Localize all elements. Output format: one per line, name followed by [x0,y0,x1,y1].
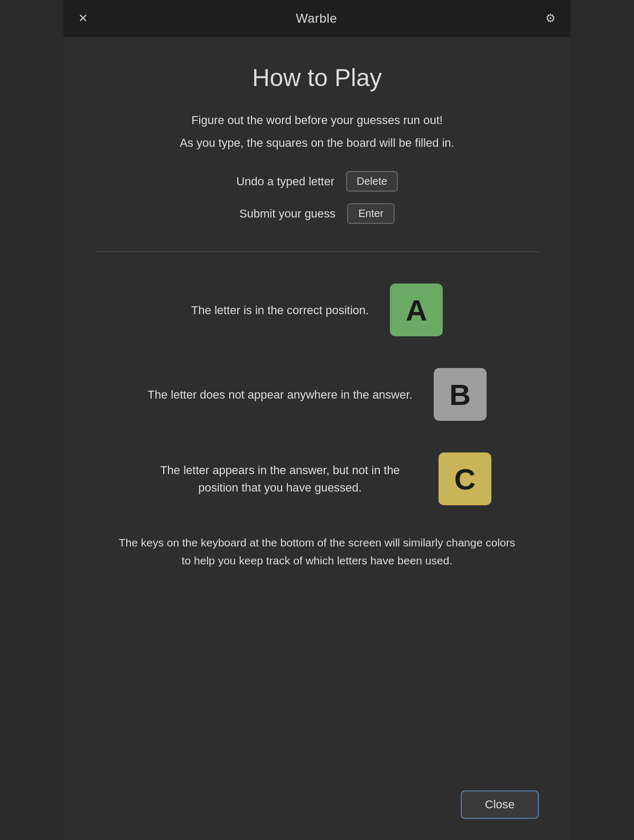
yellow-example-row: The letter appears in the answer, but no… [95,437,539,521]
instructions-section: Undo a typed letter Delete Submit your g… [95,171,539,235]
undo-instruction-row: Undo a typed letter Delete [95,171,539,192]
yellow-example-description: The letter appears in the answer, but no… [143,461,417,496]
submit-label: Submit your guess [239,207,335,221]
submit-instruction-row: Submit your guess Enter [95,203,539,224]
titlebar: ✕ Warble ⚙ [63,0,571,37]
divider [95,251,539,252]
green-example-row: The letter is in the correct position. A [95,268,539,352]
page-title: How to Play [252,63,381,92]
close-button-row: Close [95,780,539,819]
color-examples-section: The letter is in the correct position. A… [95,268,539,521]
gray-tile: B [434,368,487,421]
intro-line-1: Figure out the word before your guesses … [191,111,443,129]
main-content: How to Play Figure out the word before y… [63,37,571,840]
gray-example-description: The letter does not appear anywhere in t… [147,386,412,403]
intro-line-2: As you type, the squares on the board wi… [180,134,454,152]
green-example-description: The letter is in the correct position. [191,301,369,319]
close-icon[interactable]: ✕ [78,13,88,24]
green-tile: A [390,284,443,336]
undo-label: Undo a typed letter [236,175,334,188]
close-button[interactable]: Close [461,790,539,819]
gray-example-row: The letter does not appear anywhere in t… [95,352,539,437]
yellow-tile: C [439,452,491,505]
app-window: ✕ Warble ⚙ How to Play Figure out the wo… [63,0,571,840]
app-title: Warble [296,11,337,26]
settings-icon[interactable]: ⚙ [545,13,556,24]
enter-key-badge: Enter [347,203,395,224]
delete-key-badge: Delete [346,171,398,192]
keyboard-note: The keys on the keyboard at the bottom o… [95,534,539,569]
